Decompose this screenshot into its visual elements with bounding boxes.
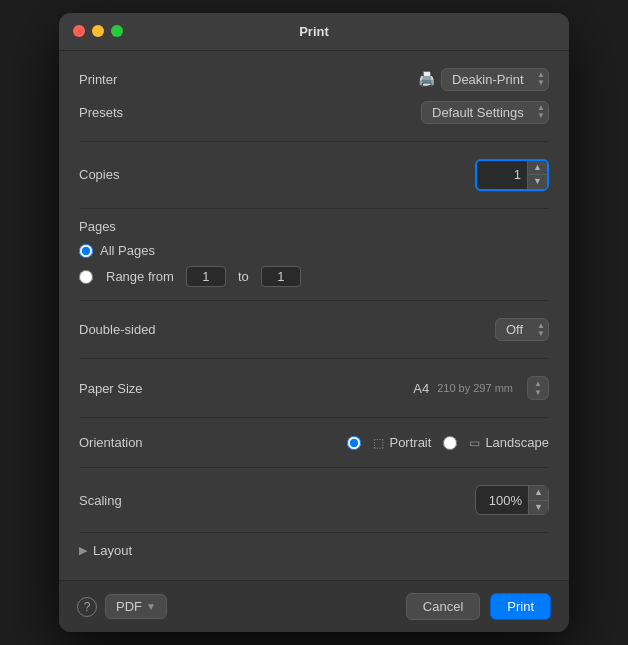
range-from-input[interactable] [186,266,226,287]
all-pages-label: All Pages [100,243,155,258]
scaling-value: ▲ ▼ [219,485,549,515]
range-radio[interactable] [79,270,93,284]
pages-section: Pages All Pages Range from to [79,209,549,301]
copies-input[interactable] [477,164,527,185]
range-to-input[interactable] [261,266,301,287]
portrait-option: ⬚ Portrait [347,435,431,450]
help-button[interactable]: ? [77,597,97,617]
range-from-label: Range from [106,269,174,284]
presets-label: Presets [79,105,219,120]
pdf-chevron-icon: ▼ [146,601,156,612]
printer-select[interactable]: Deakin-Print [441,68,549,91]
footer-right: Cancel Print [406,593,551,620]
copies-stepper: ▲ ▼ [527,161,547,189]
portrait-label: Portrait [389,435,431,450]
footer-left: ? PDF ▼ [77,594,406,619]
copies-decrement[interactable]: ▼ [528,175,547,189]
landscape-icon: ▭ [469,436,480,450]
print-button[interactable]: Print [490,593,551,620]
maximize-button[interactable] [111,25,123,37]
to-label: to [238,269,249,284]
layout-row[interactable]: ▶ Layout [79,533,549,564]
paper-size-details: 210 by 297 mm [437,382,513,394]
orientation-label: Orientation [79,435,219,450]
cancel-button[interactable]: Cancel [406,593,480,620]
all-pages-row: All Pages [79,240,549,261]
close-button[interactable] [73,25,85,37]
portrait-icon: ⬚ [373,436,384,450]
copies-input-wrapper: ▲ ▼ [475,159,549,191]
double-sided-value: Off ▲ ▼ [219,318,549,341]
presets-select[interactable]: Default Settings [421,101,549,124]
printer-section: Printer 🖨️ Deakin-Print ▲ ▼ [79,51,549,142]
orientation-row: Orientation ⬚ Portrait ▭ Landscape [79,430,549,455]
traffic-lights [73,25,123,37]
portrait-radio[interactable] [347,436,361,450]
scaling-input[interactable] [476,490,528,511]
pdf-label: PDF [116,599,142,614]
printer-label: Printer [79,72,219,87]
orientation-controls: ⬚ Portrait ▭ Landscape [347,435,549,450]
scaling-row: Scaling ▲ ▼ [79,480,549,520]
pages-label: Pages [79,219,549,234]
landscape-label: Landscape [485,435,549,450]
layout-label: Layout [93,543,132,558]
print-dialog: Print Printer 🖨️ Deakin-Print ▲ ▼ [59,13,569,633]
window-title: Print [299,24,329,39]
layout-chevron: ▶ [79,544,87,557]
orientation-section: Orientation ⬚ Portrait ▭ Landscape [79,418,549,468]
printer-row: Printer 🖨️ Deakin-Print ▲ ▼ [79,63,549,96]
dialog-content: Printer 🖨️ Deakin-Print ▲ ▼ [59,51,569,581]
double-sided-label: Double-sided [79,322,219,337]
printer-select-wrapper: 🖨️ Deakin-Print ▲ ▼ [418,68,549,91]
double-sided-row: Double-sided Off ▲ ▼ [79,313,549,346]
presets-select-wrapper: Default Settings ▲ ▼ [421,101,549,124]
double-sided-select[interactable]: Off [495,318,549,341]
landscape-radio[interactable] [443,436,457,450]
all-pages-radio[interactable] [79,244,93,258]
printer-value: 🖨️ Deakin-Print ▲ ▼ [219,68,549,91]
paper-size-select-wrapper: ▲ ▼ [527,376,549,400]
presets-row: Presets Default Settings ▲ ▼ [79,96,549,129]
scaling-label: Scaling [79,493,219,508]
double-sided-select-wrapper: Off ▲ ▼ [495,318,549,341]
scaling-section: Scaling ▲ ▼ [79,468,549,533]
paper-size-section: Paper Size A4 210 by 297 mm ▲ ▼ [79,359,549,418]
orientation-value: ⬚ Portrait ▭ Landscape [219,435,549,450]
landscape-option: ▭ Landscape [443,435,549,450]
paper-size-value: A4 210 by 297 mm ▲ ▼ [219,376,549,400]
double-sided-section: Double-sided Off ▲ ▼ [79,301,549,359]
scaling-decrement[interactable]: ▼ [529,501,548,515]
copies-increment[interactable]: ▲ [528,161,547,176]
paper-size-main: A4 [413,381,429,396]
copies-label: Copies [79,167,219,182]
scaling-wrapper: ▲ ▼ [475,485,549,515]
copies-value: ▲ ▼ [219,159,549,191]
printer-icon: 🖨️ [418,71,435,87]
paper-size-label: Paper Size [79,381,219,396]
title-bar: Print [59,13,569,51]
range-row: Range from to [79,263,549,290]
copies-section: Copies ▲ ▼ [79,142,549,209]
presets-value: Default Settings ▲ ▼ [219,101,549,124]
footer: ? PDF ▼ Cancel Print [59,580,569,632]
paper-size-row: Paper Size A4 210 by 297 mm ▲ ▼ [79,371,549,405]
minimize-button[interactable] [92,25,104,37]
pdf-button[interactable]: PDF ▼ [105,594,167,619]
scaling-stepper: ▲ ▼ [528,486,548,514]
copies-row: Copies ▲ ▼ [79,154,549,196]
scaling-increment[interactable]: ▲ [529,486,548,501]
